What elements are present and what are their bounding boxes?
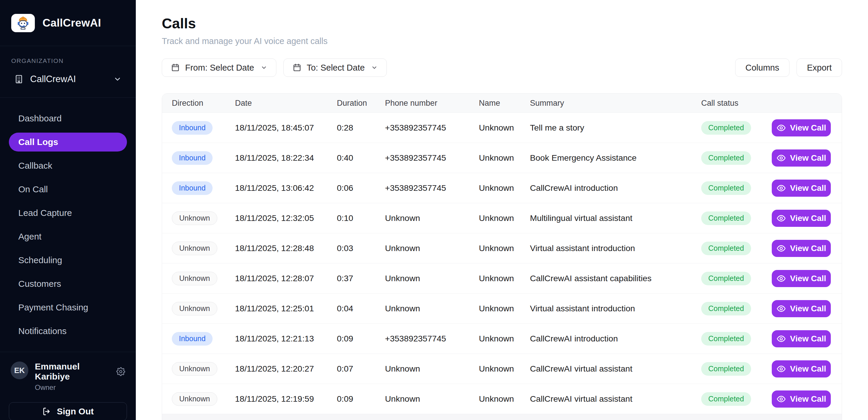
duration-cell: 0:09 (337, 394, 385, 404)
view-call-button[interactable]: View Call (772, 270, 831, 287)
duration-cell: 0:06 (337, 183, 385, 193)
status-badge: Completed (701, 362, 751, 376)
table-row: Inbound 18/11/2025, 18:22:34 0:40 +35389… (162, 143, 842, 173)
sign-out-button[interactable]: Sign Out (9, 402, 127, 420)
table-row: Unknown 18/11/2025, 12:28:07 0:37 Unknow… (162, 263, 842, 293)
phone-cell: +353892357745 (385, 183, 479, 193)
view-call-button[interactable]: View Call (772, 119, 831, 137)
app-logo (11, 14, 35, 32)
view-call-button[interactable]: View Call (772, 300, 831, 317)
view-call-button[interactable]: View Call (772, 240, 831, 257)
direction-cell: Inbound (172, 332, 235, 346)
sidebar-item-lead-capture[interactable]: Lead Capture (9, 204, 127, 222)
col-header-phone-number: Phone number (385, 99, 479, 108)
view-call-button[interactable]: View Call (772, 149, 831, 167)
eye-icon (776, 183, 786, 193)
table-header-row: DirectionDateDurationPhone numberNameSum… (162, 94, 842, 113)
sidebar-item-callback[interactable]: Callback (9, 156, 127, 175)
sidebar-item-customers[interactable]: Customers (9, 274, 127, 293)
view-call-button[interactable]: View Call (772, 210, 831, 227)
status-cell: Completed (701, 121, 772, 135)
col-header-duration: Duration (337, 99, 385, 108)
chevron-down-icon (113, 75, 122, 83)
status-cell: Completed (701, 332, 772, 346)
sidebar-item-on-call[interactable]: On Call (9, 180, 127, 199)
table-row: Unknown 18/11/2025, 12:32:05 0:10 Unknow… (162, 203, 842, 233)
name-cell: Unknown (479, 213, 530, 223)
sidebar-item-notifications[interactable]: Notifications (9, 322, 127, 340)
direction-badge: Inbound (172, 332, 213, 346)
table-row: Inbound 18/11/2025, 18:45:07 0:28 +35389… (162, 113, 842, 143)
date-cell: 18/11/2025, 12:25:01 (235, 304, 337, 313)
eye-icon (776, 394, 786, 404)
date-cell: 18/11/2025, 12:32:05 (235, 213, 337, 223)
status-cell: Completed (701, 392, 772, 406)
name-cell: Unknown (479, 123, 530, 132)
toolbar-right: Columns Export (735, 58, 842, 77)
status-cell: Completed (701, 242, 772, 255)
status-cell: Completed (701, 302, 772, 316)
sidebar-nav: Dashboard Call Logs Callback On Call Lea… (0, 98, 136, 352)
view-call-button[interactable]: View Call (772, 330, 831, 347)
eye-icon (776, 214, 786, 223)
toolbar: From: Select Date To: Select Date Column… (162, 58, 842, 77)
phone-cell: Unknown (385, 364, 479, 373)
phone-cell: +353892357745 (385, 334, 479, 343)
name-cell: Unknown (479, 304, 530, 313)
status-badge: Completed (701, 302, 751, 316)
eye-icon (776, 153, 786, 163)
gear-icon[interactable] (116, 367, 125, 376)
status-cell: Completed (701, 362, 772, 376)
direction-cell: Unknown (172, 272, 235, 285)
to-date-label: To: Select Date (307, 63, 365, 73)
status-badge: Completed (701, 121, 751, 135)
action-cell: View Call (772, 119, 833, 137)
duration-cell: 0:37 (337, 273, 385, 283)
date-cell: 18/11/2025, 12:21:13 (235, 334, 337, 343)
duration-cell: 0:07 (337, 364, 385, 373)
duration-cell: 0:10 (337, 213, 385, 223)
view-call-button[interactable]: View Call (772, 390, 831, 408)
duration-cell: 0:04 (337, 304, 385, 313)
user-role: Owner (35, 383, 125, 392)
direction-cell: Inbound (172, 121, 235, 135)
table-body: Inbound 18/11/2025, 18:45:07 0:28 +35389… (162, 113, 842, 420)
col-header-name: Name (479, 99, 530, 108)
summary-cell: Tell me a story (530, 123, 701, 132)
building-icon (14, 74, 24, 84)
direction-cell: Unknown (172, 211, 235, 225)
sidebar-item-agent[interactable]: Agent (9, 227, 127, 246)
summary-cell: CallCrewAI virtual assistant (530, 364, 701, 373)
view-call-button[interactable]: View Call (772, 360, 831, 378)
name-cell: Unknown (479, 243, 530, 253)
from-date-filter[interactable]: From: Select Date (162, 58, 276, 77)
action-cell: View Call (772, 330, 833, 347)
eye-icon (776, 364, 786, 373)
organization-selector[interactable]: CallCrewAI (11, 74, 125, 85)
view-call-button[interactable]: View Call (772, 180, 831, 197)
to-date-filter[interactable]: To: Select Date (283, 58, 387, 77)
action-cell: View Call (772, 270, 833, 287)
columns-button[interactable]: Columns (735, 58, 789, 77)
status-cell: Completed (701, 211, 772, 225)
sidebar-item-call-logs[interactable]: Call Logs (9, 132, 127, 152)
name-cell: Unknown (479, 183, 530, 193)
sidebar-item-dashboard[interactable]: Dashboard (9, 109, 127, 128)
chevron-down-icon (371, 64, 378, 71)
action-cell: View Call (772, 300, 833, 317)
name-cell: Unknown (479, 394, 530, 404)
col-header-summary: Summary (530, 99, 701, 108)
table-row: Unknown 18/11/2025, 12:28:48 0:03 Unknow… (162, 233, 842, 263)
action-cell: View Call (772, 390, 833, 408)
calendar-icon (292, 63, 302, 72)
status-badge: Completed (701, 332, 751, 346)
eye-icon (776, 244, 786, 253)
date-cell: 18/11/2025, 12:28:48 (235, 243, 337, 253)
sidebar-item-scheduling[interactable]: Scheduling (9, 251, 127, 270)
summary-cell: CallCrewAI virtual assistant (530, 394, 701, 404)
table-row: Inbound 18/11/2025, 12:21:13 0:09 +35389… (162, 323, 842, 354)
status-cell: Completed (701, 272, 772, 285)
export-button[interactable]: Export (797, 58, 842, 77)
eye-icon (776, 274, 786, 283)
sidebar-item-payment-chasing[interactable]: Payment Chasing (9, 298, 127, 317)
